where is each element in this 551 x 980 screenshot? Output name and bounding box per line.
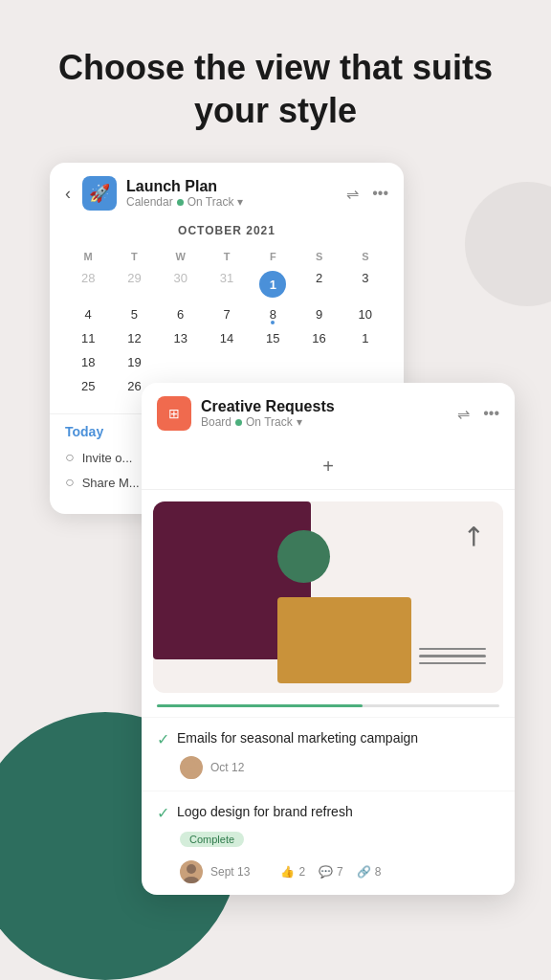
creative-requests-subtitle: Board On Track ▾ — [201, 415, 448, 429]
cal-day: 14 — [204, 326, 250, 350]
img-arrow-icon: ↗ — [454, 518, 493, 556]
img-line-1 — [419, 648, 486, 651]
cal-day: 12 — [111, 326, 157, 350]
progress-fill — [157, 704, 363, 707]
task-date-1: Oct 12 — [210, 761, 244, 774]
cal-day: 15 — [250, 326, 296, 350]
calendar-month: OCTOBER 2021 — [65, 224, 388, 237]
img-lines — [419, 648, 486, 665]
cal-day: 25 — [65, 374, 111, 398]
launch-plan-app-icon: 🚀 — [82, 176, 117, 211]
cards-container: ‹ 🚀 Launch Plan Calendar On Track ▾ ⇌ ••… — [0, 163, 551, 909]
launch-plan-subtitle: Calendar On Track ▾ — [126, 195, 337, 209]
cr-more-icon[interactable]: ••• — [483, 405, 499, 422]
creative-requests-app-icon: ⊞ — [157, 396, 191, 431]
cal-day: 31 — [204, 266, 250, 302]
cal-day: 30 — [158, 266, 204, 302]
task-meta-1: Oct 12 — [180, 756, 499, 779]
more-icon[interactable]: ••• — [372, 185, 388, 202]
launch-plan-actions: ⇌ ••• — [346, 185, 388, 203]
status-text: On Track — [187, 195, 234, 209]
add-icon: + — [322, 456, 334, 478]
cal-day — [342, 350, 388, 374]
comment-icon: 💬 — [319, 865, 333, 879]
task-avatar-2 — [180, 860, 203, 883]
task-image-card: ↗ — [153, 501, 503, 693]
svg-point-3 — [184, 877, 199, 883]
cr-subtitle-type: Board — [201, 415, 231, 429]
cal-day: 19 — [111, 350, 157, 374]
progress-bar — [157, 704, 499, 707]
cal-day: 3 — [342, 266, 388, 302]
cal-header-f: F — [250, 247, 296, 266]
task-name-2: Logo design for brand refresh — [177, 803, 353, 822]
svg-point-0 — [187, 760, 196, 769]
img-gold-rect — [277, 597, 411, 683]
comments-count: 7 — [337, 865, 343, 879]
cal-day: 13 — [158, 326, 204, 350]
cr-status-text: On Track — [246, 415, 293, 429]
task-item-2-header: ✓ Logo design for brand refresh — [157, 803, 499, 822]
chevron-down-icon: ▾ — [237, 195, 243, 209]
cal-day: 18 — [65, 350, 111, 374]
task-stats: 👍 2 💬 7 🔗 8 — [280, 865, 381, 879]
cal-day: 5 — [111, 302, 157, 326]
attachments-count: 8 — [375, 865, 382, 879]
launch-plan-header: ‹ 🚀 Launch Plan Calendar On Track ▾ ⇌ ••… — [50, 163, 404, 224]
attachment-icon: 🔗 — [357, 865, 371, 879]
cr-filter-icon[interactable]: ⇌ — [457, 405, 470, 423]
cal-day: 6 — [158, 302, 204, 326]
page-title: Choose the view that suits your style — [38, 46, 513, 132]
check-icon-2: ○ — [65, 474, 75, 491]
creative-requests-title: Creative Requests — [201, 398, 448, 415]
cal-header-w: W — [158, 247, 204, 266]
back-button[interactable]: ‹ — [65, 184, 71, 204]
task-badge: Complete — [180, 832, 244, 847]
task-check-icon-2: ✓ — [157, 804, 169, 822]
page-heading: Choose the view that suits your style — [0, 0, 551, 163]
filter-icon[interactable]: ⇌ — [346, 185, 359, 203]
launch-plan-title: Launch Plan — [126, 178, 337, 195]
cal-day: 11 — [65, 326, 111, 350]
stat-comments: 💬 7 — [319, 865, 343, 879]
cal-day-task: 8 — [250, 302, 296, 326]
stat-attachments: 🔗 8 — [357, 865, 382, 879]
cal-day — [204, 350, 250, 374]
task-check-icon-1: ✓ — [157, 730, 169, 748]
thumbs-up-icon: 👍 — [280, 865, 295, 879]
cal-day — [250, 350, 296, 374]
cal-header-t1: T — [111, 247, 157, 266]
stat-likes: 👍 2 — [280, 865, 305, 879]
cal-day: 2 — [296, 266, 342, 302]
task-image-inner: ↗ — [153, 501, 503, 693]
cal-header-s2: S — [342, 247, 388, 266]
calendar-grid: M T W T F S S 28 29 30 31 1 2 3 4 5 — [65, 247, 388, 398]
img-line-3 — [419, 662, 486, 665]
check-icon-1: ○ — [65, 449, 75, 466]
subtitle-type: Calendar — [126, 195, 173, 209]
svg-point-2 — [187, 864, 196, 874]
today-item-label-2: Share M... — [82, 476, 140, 490]
cal-day-today: 1 — [250, 266, 296, 302]
cal-header-m: M — [65, 247, 111, 266]
likes-count: 2 — [298, 865, 305, 879]
add-task-bar[interactable]: + — [142, 444, 515, 490]
progress-bar-container — [157, 704, 499, 707]
cr-chevron-down-icon: ▾ — [297, 415, 302, 429]
task-avatar-1 — [180, 756, 203, 779]
cal-day: 16 — [296, 326, 342, 350]
creative-requests-card: ⊞ Creative Requests Board On Track ▾ ⇌ •… — [142, 383, 515, 895]
creative-requests-header: ⊞ Creative Requests Board On Track ▾ ⇌ •… — [142, 383, 515, 444]
creative-requests-title-group: Creative Requests Board On Track ▾ — [201, 398, 448, 429]
cal-day: 28 — [65, 266, 111, 302]
cal-day: 10 — [342, 302, 388, 326]
launch-plan-title-group: Launch Plan Calendar On Track ▾ — [126, 178, 337, 209]
cal-day: 4 — [65, 302, 111, 326]
task-meta-2: Sept 13 👍 2 💬 7 🔗 8 — [180, 860, 499, 883]
task-item-2: ✓ Logo design for brand refresh Complete… — [142, 791, 515, 895]
cr-status-dot — [235, 419, 242, 426]
cal-day: 1 — [342, 326, 388, 350]
svg-point-1 — [184, 772, 199, 779]
cal-header-t2: T — [204, 247, 250, 266]
today-item-label-1: Invite o... — [82, 451, 133, 465]
